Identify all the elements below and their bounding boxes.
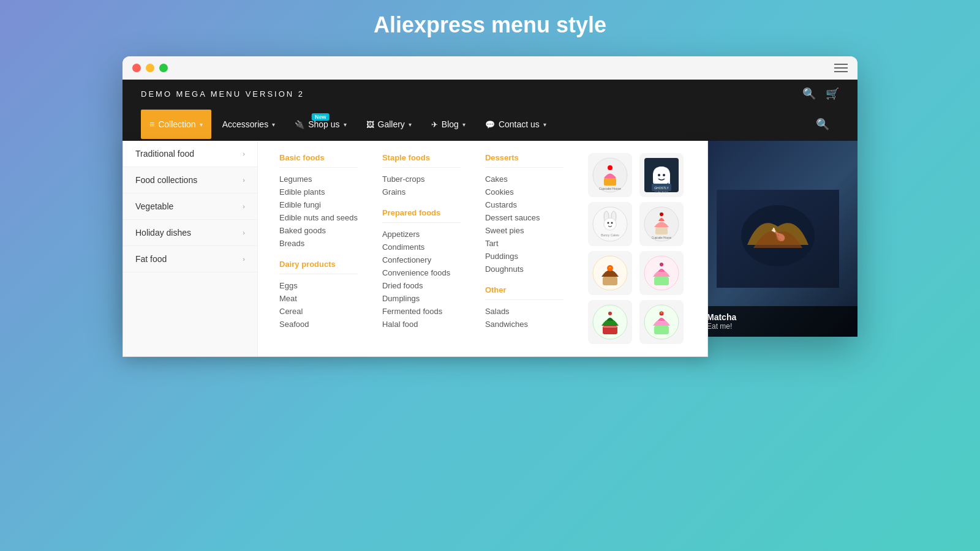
mega-menu: Traditional food › Food collections › Ve…: [123, 141, 708, 357]
nav-item-gallery[interactable]: 🖼 Gallery ▾: [358, 110, 420, 139]
cupcake-3[interactable]: [588, 251, 632, 295]
desserts-title: Desserts: [485, 153, 564, 162]
menu-link-breads[interactable]: Breads: [279, 237, 358, 250]
menu-link-dumplings[interactable]: Dumplings: [382, 292, 461, 305]
svg-rect-23: [603, 277, 617, 285]
prepared-foods-title: Prepared foods: [382, 208, 461, 217]
header-icons: 🔍 🛒: [802, 87, 839, 100]
menu-link-halal[interactable]: Halal food: [382, 318, 461, 331]
cupcake-christmas-2[interactable]: [639, 300, 684, 344]
traditional-food-arrow: ›: [243, 150, 245, 157]
sidebar-item-holiday-dishes[interactable]: Holiday dishes ›: [123, 220, 257, 246]
menu-link-seafood[interactable]: Seafood: [279, 318, 358, 331]
menu-link-fermented[interactable]: Fermented foods: [382, 305, 461, 318]
menu-link-tart[interactable]: Tart: [485, 237, 564, 250]
cupcake-christmas-1[interactable]: [588, 300, 632, 344]
ghostly-svg-1: GHOSTLY CUPCAKES: [643, 157, 680, 193]
svg-rect-1: [604, 178, 616, 186]
minimize-button[interactable]: [146, 64, 154, 72]
other-title: Other: [485, 285, 564, 294]
menu-link-cookies[interactable]: Cookies: [485, 186, 564, 198]
sidebar-item-traditional-food[interactable]: Traditional food ›: [123, 141, 257, 167]
cupcake-house-1[interactable]: Cupcake House: [588, 153, 632, 197]
accessories-chevron: ▾: [272, 121, 275, 128]
menu-link-edible-fungi[interactable]: Edible fungi: [279, 198, 358, 211]
bunny-svg-1: Bunny Cakes: [592, 206, 628, 242]
menu-link-cereal[interactable]: Cereal: [279, 305, 358, 318]
cupcake-pink-4[interactable]: [639, 251, 684, 295]
menu-link-tuber-crops[interactable]: Tuber-crops: [382, 173, 461, 186]
collection-nav-icon: ≡: [149, 119, 154, 129]
nav-item-accessories[interactable]: Accessories ▾: [214, 110, 284, 139]
menu-link-puddings[interactable]: Puddings: [485, 250, 564, 263]
menu-link-convenience[interactable]: Convenience foods: [382, 266, 461, 279]
menu-link-condiments[interactable]: Condiments: [382, 241, 461, 253]
menu-link-dried-foods[interactable]: Dried foods: [382, 279, 461, 292]
nav-item-shop-us[interactable]: New 🔌 Shop us ▾: [286, 110, 355, 139]
svg-point-31: [608, 312, 612, 315]
sidebar-item-fat-food[interactable]: Fat food ›: [123, 246, 257, 272]
close-button[interactable]: [132, 64, 141, 72]
svg-point-6: [658, 174, 660, 176]
menu-link-appetizers[interactable]: Appetizers: [382, 228, 461, 241]
menu-link-meat[interactable]: Meat: [279, 292, 358, 305]
menu-link-custards[interactable]: Custards: [485, 198, 564, 211]
menu-link-cakes[interactable]: Cakes: [485, 173, 564, 186]
menu-link-eggs[interactable]: Eggs: [279, 279, 358, 292]
menu-link-edible-nuts[interactable]: Edible nuts and seeds: [279, 211, 358, 224]
menu-link-confectionery[interactable]: Confectionery: [382, 253, 461, 266]
menu-section-staple-foods: Staple foods Tuber-crops Grains Prepared…: [376, 153, 467, 344]
cupcake-svg-2: Cupcake House: [643, 206, 680, 242]
svg-rect-33: [654, 326, 669, 334]
menu-link-dessert-sauces[interactable]: Dessert sauces: [485, 211, 564, 224]
nav-search-icon[interactable]: 🔍: [806, 108, 839, 141]
menu-link-grains[interactable]: Grains: [382, 186, 461, 198]
cupcake-house-2[interactable]: Cupcake House: [639, 202, 684, 246]
sidebar-item-food-collections[interactable]: Food collections ›: [123, 167, 257, 193]
gallery-chevron: ▾: [409, 121, 412, 128]
accessories-nav-label: Accessories: [222, 119, 268, 129]
menu-section-other: Other Salads Sandwiches: [485, 285, 564, 331]
menu-section-prepared: Prepared foods Appetizers Condiments Con…: [382, 208, 461, 331]
vegetable-arrow: ›: [243, 203, 245, 210]
sidebar-item-vegetable[interactable]: Vegetable ›: [123, 193, 257, 220]
cart-icon[interactable]: 🛒: [826, 87, 839, 100]
nav-item-contact-us[interactable]: 💬 Contact us ▾: [477, 110, 555, 139]
svg-text:Bunny Cakes: Bunny Cakes: [601, 233, 619, 237]
nav-item-collection[interactable]: ≡ Collection ▾: [141, 110, 211, 139]
menu-link-edible-plants[interactable]: Edible plants: [279, 186, 358, 198]
svg-text:Cupcake House: Cupcake House: [652, 236, 672, 239]
menu-section-basic-foods: Basic foods Legumes Edible plants Edible…: [273, 153, 364, 344]
nav-item-blog[interactable]: ✈ Blog ▾: [423, 110, 474, 139]
search-icon[interactable]: 🔍: [802, 87, 816, 100]
ghostly-cupcakes-1[interactable]: GHOSTLY CUPCAKES: [639, 153, 684, 197]
contact-nav-icon: 💬: [485, 120, 495, 129]
cupcake-svg-3: [592, 255, 628, 291]
blog-chevron: ▾: [462, 121, 466, 128]
cupcake-images-grid: Cupcake House: [588, 153, 686, 344]
menu-link-legumes[interactable]: Legumes: [279, 173, 358, 186]
menu-link-salads[interactable]: Salads: [485, 305, 564, 318]
svg-point-14: [604, 218, 616, 230]
svg-text:CUPCAKES: CUPCAKES: [655, 190, 668, 193]
holiday-dishes-label: Holiday dishes: [135, 228, 191, 238]
menu-link-baked-goods[interactable]: Baked goods: [279, 224, 358, 237]
food-collections-arrow: ›: [243, 176, 245, 184]
mega-menu-content: Basic foods Legumes Edible plants Edible…: [258, 141, 707, 356]
menu-link-sandwiches[interactable]: Sandwiches: [485, 318, 564, 331]
bunny-cakes-1[interactable]: Bunny Cakes: [588, 202, 632, 246]
hamburger-line-1: [834, 64, 848, 65]
menu-link-sweet-pies[interactable]: Sweet pies: [485, 224, 564, 237]
svg-rect-19: [655, 227, 668, 234]
food-card-3[interactable]: 🍗 Matcha Eat me!: [698, 141, 858, 337]
svg-point-2: [608, 165, 612, 170]
gallery-nav-icon: 🖼: [366, 120, 374, 129]
maximize-button[interactable]: [159, 64, 168, 72]
svg-rect-30: [603, 326, 617, 328]
site-logo: DEMO MEGA MENU VERSION 2: [141, 89, 304, 99]
navbar: ≡ Collection ▾ Accessories ▾ New 🔌 Shop …: [123, 108, 858, 141]
hamburger-icon[interactable]: [834, 64, 848, 72]
svg-rect-26: [654, 277, 669, 285]
gallery-nav-label: Gallery: [378, 119, 405, 129]
menu-link-doughnuts[interactable]: Doughnuts: [485, 263, 564, 276]
